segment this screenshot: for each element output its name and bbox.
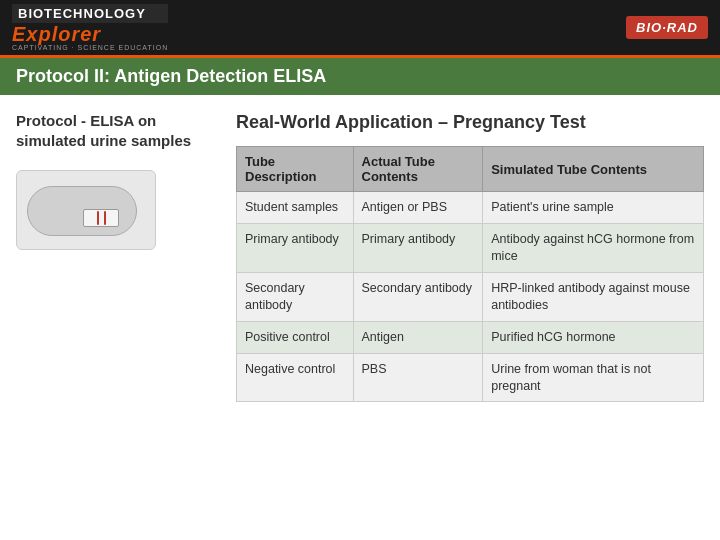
main-content: Protocol II: Antigen Detection ELISA Pro… xyxy=(0,58,720,540)
table-cell: Purified hCG hormone xyxy=(483,321,704,353)
left-panel: Protocol - ELISA on simulated urine samp… xyxy=(16,111,216,509)
table-row: Primary antibodyPrimary antibodyAntibody… xyxy=(237,224,704,273)
table-cell: HRP-linked antibody against mouse antibo… xyxy=(483,273,704,322)
table-cell: Negative control xyxy=(237,353,354,402)
table-row: Positive controlAntigenPurified hCG horm… xyxy=(237,321,704,353)
logo-subtitle: CAPTIVATING · SCIENCE EDUCATION xyxy=(12,44,168,51)
logo-biotech: Biotechnology xyxy=(12,4,168,23)
table-header-row: Tube Description Actual Tube Contents Si… xyxy=(237,147,704,192)
right-panel: Real-World Application – Pregnancy Test … xyxy=(236,111,704,509)
test-window xyxy=(83,209,119,227)
test-line-1 xyxy=(97,211,99,225)
col-header-simulated: Simulated Tube Contents xyxy=(483,147,704,192)
top-bar: Biotechnology Explorer CAPTIVATING · SCI… xyxy=(0,0,720,58)
table-cell: Antibody against hCG hormone from mice xyxy=(483,224,704,273)
table-cell: Antigen or PBS xyxy=(353,192,483,224)
table-cell: PBS xyxy=(353,353,483,402)
table-row: Secondary antibodySecondary antibodyHRP-… xyxy=(237,273,704,322)
table-cell: Primary antibody xyxy=(353,224,483,273)
col-header-tube: Tube Description xyxy=(237,147,354,192)
table-cell: Student samples xyxy=(237,192,354,224)
test-strip-body xyxy=(27,186,137,236)
table-cell: Patient's urine sample xyxy=(483,192,704,224)
protocol-label: Protocol - ELISA on simulated urine samp… xyxy=(16,111,216,150)
elisa-table: Tube Description Actual Tube Contents Si… xyxy=(236,146,704,402)
table-cell: Positive control xyxy=(237,321,354,353)
biorad-logo: BIO·RAD xyxy=(626,16,708,39)
table-cell: Secondary antibody xyxy=(237,273,354,322)
col-header-actual: Actual Tube Contents xyxy=(353,147,483,192)
table-row: Student samplesAntigen or PBSPatient's u… xyxy=(237,192,704,224)
table-cell: Secondary antibody xyxy=(353,273,483,322)
table-row: Negative controlPBSUrine from woman that… xyxy=(237,353,704,402)
table-cell: Primary antibody xyxy=(237,224,354,273)
logo-area: Biotechnology Explorer CAPTIVATING · SCI… xyxy=(12,4,168,51)
pregnancy-test-img xyxy=(16,170,156,250)
section-title: Real-World Application – Pregnancy Test xyxy=(236,111,704,134)
page-title: Protocol II: Antigen Detection ELISA xyxy=(0,58,720,95)
content-area: Protocol - ELISA on simulated urine samp… xyxy=(0,95,720,525)
table-cell: Antigen xyxy=(353,321,483,353)
table-cell: Urine from woman that is not pregnant xyxy=(483,353,704,402)
logo-explorer: Explorer xyxy=(12,23,168,46)
test-line-2 xyxy=(104,211,106,225)
